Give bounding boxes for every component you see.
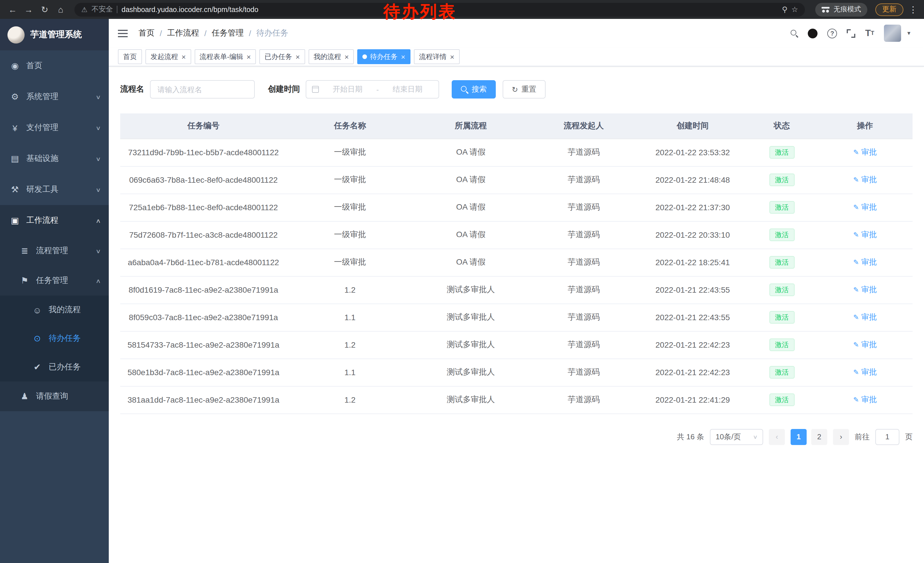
tab-form-edit[interactable]: 流程表单-编辑× bbox=[194, 49, 256, 64]
date-range-picker[interactable]: 开始日期 - 结束日期 bbox=[306, 80, 439, 99]
status-cell: 激活 bbox=[746, 276, 818, 303]
browser-menu-icon[interactable]: ⋮ bbox=[908, 4, 918, 15]
search-icon[interactable] bbox=[790, 30, 798, 37]
close-icon[interactable]: × bbox=[450, 53, 454, 60]
sidebar-item-done-task[interactable]: ✔已办任务 bbox=[0, 353, 109, 381]
process-cell: 测试多审批人 bbox=[413, 359, 528, 386]
breadcrumb-item[interactable]: 任务管理 bbox=[212, 28, 244, 38]
collapse-sidebar-icon[interactable] bbox=[118, 30, 128, 37]
created-time-cell: 2022-01-21 22:42:23 bbox=[639, 331, 746, 359]
tab-todo-tasks[interactable]: 待办任务× bbox=[357, 49, 411, 64]
tab-process-detail[interactable]: 流程详情× bbox=[414, 49, 459, 64]
approve-button[interactable]: ✎审批 bbox=[853, 312, 877, 323]
bookmark-star-icon[interactable]: ☆ bbox=[792, 5, 798, 14]
active-tab-dot bbox=[363, 54, 367, 59]
incognito-badge: 无痕模式 bbox=[815, 3, 867, 17]
chevron-down-icon: ∨ bbox=[95, 156, 101, 162]
initiator-cell: 芋道源码 bbox=[528, 194, 639, 221]
user-icon: ♟ bbox=[18, 391, 31, 401]
home-icon[interactable]: ⌂ bbox=[54, 3, 68, 17]
sidebar-item-system[interactable]: ⚙系统管理∨ bbox=[0, 81, 109, 112]
tab-label: 待办任务 bbox=[370, 52, 398, 62]
approve-button[interactable]: ✎审批 bbox=[853, 202, 877, 213]
sidebar-item-label: 请假查询 bbox=[36, 391, 100, 401]
goto-page-input[interactable] bbox=[875, 429, 899, 445]
task-name-cell: 一级审批 bbox=[286, 166, 413, 194]
end-date-placeholder: 结束日期 bbox=[382, 84, 433, 95]
next-page-button[interactable]: › bbox=[833, 429, 849, 445]
flag-icon: ⚑ bbox=[18, 275, 31, 286]
sidebar-item-payment[interactable]: ¥支付管理∨ bbox=[0, 112, 109, 143]
tab-start-process[interactable]: 发起流程× bbox=[146, 49, 191, 64]
update-label: 更新 bbox=[882, 5, 897, 14]
approve-button[interactable]: ✎审批 bbox=[853, 230, 877, 240]
sidebar-item-label: 流程管理 bbox=[36, 246, 96, 256]
approve-button[interactable]: ✎审批 bbox=[853, 147, 877, 158]
approve-button[interactable]: ✎审批 bbox=[853, 395, 877, 405]
close-icon[interactable]: × bbox=[401, 53, 405, 60]
approve-button[interactable]: ✎审批 bbox=[853, 257, 877, 267]
total-count: 共 16 条 bbox=[677, 432, 704, 442]
sidebar-item-home[interactable]: ◉首页 bbox=[0, 50, 109, 81]
navbar-tools: ? TT ▼ bbox=[790, 25, 915, 42]
status-cell: 激活 bbox=[746, 359, 818, 386]
column-header: 操作 bbox=[818, 113, 912, 139]
sidebar-item-dev-tools[interactable]: ⚒研发工具∨ bbox=[0, 174, 109, 205]
sidebar-item-label: 研发工具 bbox=[26, 185, 96, 195]
github-icon[interactable] bbox=[808, 29, 818, 38]
sidebar-item-todo-task[interactable]: ⊙待办任务 bbox=[0, 324, 109, 353]
task-name-cell: 一级审批 bbox=[286, 221, 413, 249]
breadcrumb-item[interactable]: 首页 bbox=[138, 28, 154, 38]
approve-button[interactable]: ✎审批 bbox=[853, 285, 877, 295]
goto-label: 前往 bbox=[855, 432, 870, 442]
close-icon[interactable]: × bbox=[182, 53, 186, 60]
search-button[interactable]: 搜索 bbox=[452, 80, 496, 99]
breadcrumb-item[interactable]: 工作流程 bbox=[167, 28, 199, 38]
column-header: 流程发起人 bbox=[528, 113, 639, 139]
edit-icon: ✎ bbox=[853, 286, 859, 294]
help-icon[interactable]: ? bbox=[827, 29, 837, 38]
chevron-down-icon[interactable]: ▼ bbox=[906, 30, 911, 36]
table-row: 725a1eb6-7b88-11ec-8ef0-acde48001122一级审批… bbox=[120, 194, 912, 221]
update-button[interactable]: 更新 bbox=[875, 3, 903, 16]
sidebar-item-my-process[interactable]: ☺我的流程 bbox=[0, 296, 109, 324]
breadcrumb-separator: / bbox=[249, 29, 251, 38]
approve-button[interactable]: ✎审批 bbox=[853, 339, 877, 350]
close-icon[interactable]: × bbox=[246, 53, 251, 60]
created-time-cell: 2022-01-21 22:42:23 bbox=[639, 359, 746, 386]
process-name-input[interactable] bbox=[150, 80, 255, 99]
back-icon[interactable]: ← bbox=[6, 3, 20, 17]
user-avatar[interactable] bbox=[884, 25, 901, 42]
page-1-button[interactable]: 1 bbox=[790, 429, 807, 445]
created-time-cell: 2022-01-21 22:43:55 bbox=[639, 276, 746, 303]
forward-icon[interactable]: → bbox=[22, 3, 36, 17]
task-name-cell: 一级审批 bbox=[286, 139, 413, 166]
task-name-cell: 1.2 bbox=[286, 386, 413, 413]
tab-my-process[interactable]: 我的流程× bbox=[309, 49, 354, 64]
page-2-button[interactable]: 2 bbox=[811, 429, 827, 445]
tab-done-tasks[interactable]: 已办任务× bbox=[260, 49, 305, 64]
prev-page-button[interactable]: ‹ bbox=[769, 429, 785, 445]
sidebar-item-process-mgmt[interactable]: ≣流程管理∨ bbox=[0, 236, 109, 266]
sidebar-item-task-mgmt[interactable]: ⚑任务管理∧ bbox=[0, 266, 109, 296]
approve-label: 审批 bbox=[861, 312, 877, 323]
sidebar-item-infrastructure[interactable]: ▤基础设施∨ bbox=[0, 143, 109, 174]
fullscreen-icon[interactable] bbox=[847, 29, 855, 38]
edit-icon: ✎ bbox=[853, 341, 859, 349]
sidebar-item-leave-query[interactable]: ♟请假查询 bbox=[0, 381, 109, 411]
page-size-select[interactable]: 10条/页 ∨ bbox=[710, 429, 763, 445]
approve-label: 审批 bbox=[861, 285, 877, 295]
tab-home[interactable]: 首页 bbox=[118, 49, 142, 64]
close-icon[interactable]: × bbox=[345, 53, 349, 60]
key-icon[interactable]: ⚲ bbox=[782, 5, 788, 14]
table-row: a6aba0a4-7b6d-11ec-b781-acde48001122一级审批… bbox=[120, 249, 912, 276]
task-name-cell: 一级审批 bbox=[286, 194, 413, 221]
reset-button[interactable]: ↻ 重置 bbox=[502, 80, 546, 99]
approve-button[interactable]: ✎审批 bbox=[853, 367, 877, 377]
chevron-down-icon: ∨ bbox=[95, 94, 101, 100]
font-size-icon[interactable]: TT bbox=[865, 29, 874, 38]
reload-icon[interactable]: ↻ bbox=[38, 3, 51, 17]
approve-button[interactable]: ✎审批 bbox=[853, 175, 877, 185]
close-icon[interactable]: × bbox=[296, 53, 300, 60]
sidebar-item-workflow[interactable]: ▣工作流程∧ bbox=[0, 205, 109, 236]
